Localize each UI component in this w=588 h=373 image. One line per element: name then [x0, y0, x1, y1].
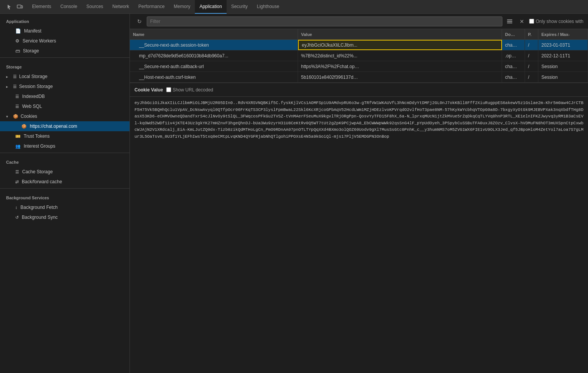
bg-fetch-icon: ↕	[15, 205, 18, 210]
td-name-1: __Secure-next-auth.session-token	[130, 40, 298, 50]
only-show-cookies-checkbox[interactable]	[529, 19, 534, 24]
table-row[interactable]: mp_d7d7628de9d5e6160010b84db960a7... %7B…	[130, 50, 588, 61]
sidebar-item-storage[interactable]: 🗃 Storage	[0, 46, 130, 56]
cookie-value-content[interactable]: eyJhbGciOiJkaXIiLCJlbmMiOiJBMjU2R05DIn0.…	[130, 97, 588, 373]
td-name-3: __Secure-next-auth.callback-url	[130, 61, 298, 72]
svg-rect-4	[507, 23, 512, 23]
sidebar-item-cache-storage[interactable]: ☰ Cache Storage	[0, 167, 130, 177]
content-area: ↻ ✕ Only show cookies with	[130, 14, 588, 373]
tab-console[interactable]: Console	[56, 0, 82, 14]
db-icon-websql: ☰	[15, 104, 19, 109]
td-domain-2: .op…	[502, 50, 525, 61]
sidebar-item-session-storage[interactable]: ☰ Session Storage	[0, 81, 130, 91]
sidebar-item-background-sync[interactable]: ↺ Background Sync	[0, 212, 130, 222]
gear-icon: ⚙	[15, 38, 19, 44]
td-path-3: /	[525, 61, 538, 72]
local-storage-chevron	[6, 75, 11, 79]
tab-network[interactable]: Network	[108, 0, 134, 14]
sidebar-item-local-storage[interactable]: ☰ Local Storage	[0, 72, 130, 81]
td-domain-3: cha…	[502, 61, 525, 72]
clear-button[interactable]: ✕	[517, 16, 527, 26]
svg-rect-1	[21, 6, 23, 8]
cookies-chevron	[6, 114, 11, 119]
svg-rect-3	[507, 21, 512, 22]
sidebar-item-interest-groups[interactable]: 👥 Interest Groups	[0, 141, 130, 151]
td-value-2: %7B%22distinct_id%22%...	[298, 50, 502, 61]
show-url-decoded-label[interactable]: Show URL decoded	[166, 87, 213, 93]
toolbar-right: ✕ Only show cookies with	[505, 16, 583, 26]
storage-icon: 🗃	[15, 48, 20, 54]
db-icon-indexed: ☰	[15, 94, 19, 99]
storage-section-header: Storage	[0, 59, 130, 72]
tab-bar: Elements Console Sources Network Perform…	[0, 0, 588, 14]
tab-elements[interactable]: Elements	[28, 0, 56, 14]
sidebar-item-back-forward-cache[interactable]: ⇄ Back/forward cache	[0, 177, 130, 187]
td-domain-1: cha…	[502, 40, 525, 50]
sidebar-item-service-workers[interactable]: ⚙ Service Workers	[0, 36, 130, 46]
only-show-cookies-label[interactable]: Only show cookies with	[529, 19, 583, 24]
app-section-header: Application	[0, 14, 130, 26]
sidebar-item-trust-tokens[interactable]: 🎫 Trust Tokens	[0, 131, 130, 141]
svg-rect-0	[17, 5, 21, 8]
col-header-domain: Do…	[502, 29, 525, 39]
col-header-value: Value	[298, 29, 502, 39]
file-icon: 📄	[15, 28, 21, 34]
td-value-3: https%3A%2F%2Fchat.op…	[298, 61, 502, 72]
settings-icon[interactable]	[505, 16, 515, 26]
tab-application[interactable]: Application	[195, 0, 227, 14]
divider-3	[0, 188, 130, 189]
sidebar: Application 📄 Manifest ⚙ Service Workers…	[0, 14, 130, 373]
td-path-1: /	[525, 40, 538, 50]
table-row[interactable]: __Secure-next-auth.session-token eyJhbGc…	[130, 40, 588, 50]
col-header-path: P.	[525, 29, 538, 39]
td-path-2: /	[525, 50, 538, 61]
toolbar: ↻ ✕ Only show cookies with	[130, 14, 588, 29]
tab-lighthouse[interactable]: Lighthouse	[252, 0, 284, 14]
devtools-icons	[2, 2, 28, 11]
cursor-icon[interactable]	[5, 2, 14, 11]
td-expires-3: Session	[538, 61, 588, 72]
refresh-button[interactable]: ↻	[134, 16, 144, 26]
td-expires-1: 2023-01-03T1	[538, 40, 588, 50]
tab-memory[interactable]: Memory	[169, 0, 195, 14]
cookie-table: Name Value Do… P. Expires / Max- __Sec	[130, 29, 588, 83]
db-icon-local: ☰	[13, 74, 17, 79]
sidebar-item-web-sql[interactable]: ☰ Web SQL	[0, 101, 130, 111]
table-row[interactable]: __Secure-next-auth.callback-url https%3A…	[130, 61, 588, 72]
sidebar-item-background-fetch[interactable]: ↕ Background Fetch	[0, 202, 130, 212]
col-header-name: Name	[130, 29, 298, 39]
cookie-value-panel: Cookie Value Show URL decoded eyJhbGciOi…	[130, 83, 588, 373]
db-icon-session: ☰	[13, 84, 17, 89]
table-header: Name Value Do… P. Expires / Max-	[130, 29, 588, 40]
cache-icon: ☰	[15, 169, 19, 174]
td-value-4: 5b160101e8402f396137d…	[298, 72, 502, 82]
tab-security[interactable]: Security	[227, 0, 252, 14]
td-path-4: /	[525, 72, 538, 82]
td-name-4: __Host-next-auth.csrf-token	[130, 72, 298, 82]
sidebar-item-cookies[interactable]: 🍪 Cookies	[0, 111, 130, 121]
td-domain-4: cha…	[502, 72, 525, 82]
responsive-icon[interactable]	[15, 2, 24, 11]
filter-input[interactable]	[147, 16, 502, 26]
divider-1	[0, 57, 130, 58]
sidebar-item-manifest[interactable]: 📄 Manifest	[0, 26, 130, 36]
token-icon: 🎫	[15, 134, 21, 139]
show-url-decoded-checkbox[interactable]	[166, 87, 171, 92]
cookie-value-header: Cookie Value Show URL decoded	[130, 83, 588, 97]
cookie-icon: 🍪	[13, 114, 18, 119]
bg-section-header: Background Services	[0, 190, 130, 202]
tab-sources[interactable]: Sources	[82, 0, 108, 14]
td-expires-4: Session	[538, 72, 588, 82]
bg-sync-icon: ↺	[15, 215, 19, 220]
main-layout: Application 📄 Manifest ⚙ Service Workers…	[0, 14, 588, 373]
tab-performance[interactable]: Performance	[134, 0, 169, 14]
cookie-chat-icon: 🍪	[21, 124, 27, 129]
divider-2	[0, 153, 130, 153]
sidebar-item-indexed-db[interactable]: ☰ IndexedDB	[0, 91, 130, 101]
cache-section-header: Cache	[0, 155, 130, 167]
people-icon: 👥	[15, 144, 21, 149]
sidebar-item-cookies-chat[interactable]: 🍪 https://chat.openai.com	[0, 121, 130, 131]
session-storage-chevron	[6, 85, 11, 89]
table-row[interactable]: __Host-next-auth.csrf-token 5b160101e840…	[130, 72, 588, 83]
td-name-2: mp_d7d7628de9d5e6160010b84db960a7...	[130, 50, 298, 61]
